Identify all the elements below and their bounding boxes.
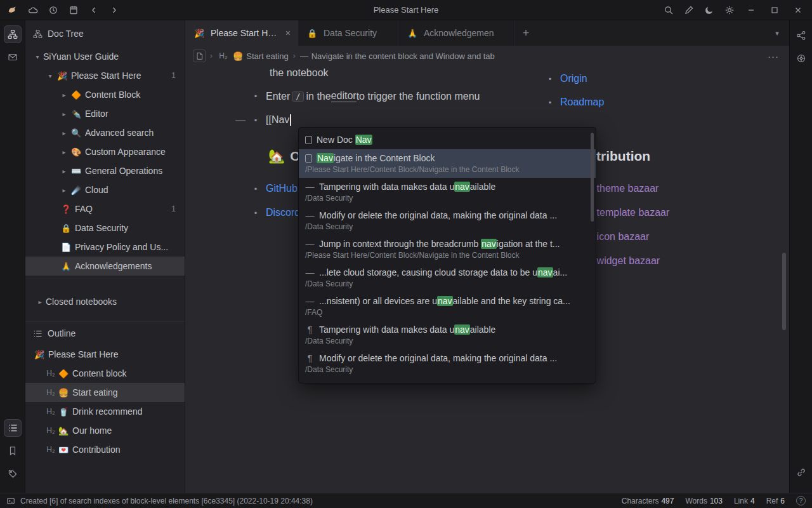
search-result[interactable]: — Jump in context through the breadcrumb… xyxy=(299,235,596,264)
origin-link[interactable]: Origin xyxy=(560,73,587,84)
search-result-new-doc[interactable]: New Doc Nav xyxy=(299,130,596,149)
github-link[interactable]: GitHub xyxy=(266,183,298,194)
maximize-button[interactable] xyxy=(766,3,783,17)
search-result-selected[interactable]: Navigate in the Content Block /Please St… xyxy=(299,149,596,178)
search-result[interactable]: — Tampering with data makes data unavail… xyxy=(299,178,596,206)
result-path: /Data Security xyxy=(305,337,589,346)
tree-item-privacy-policy[interactable]: 📄 Privacy Policy and Us... xyxy=(25,237,185,257)
chevron-down-icon[interactable]: ▾ xyxy=(32,53,43,60)
tree-item-acknowledgements[interactable]: 🙏 Acknowledgements xyxy=(25,257,185,276)
edit-mode-icon[interactable] xyxy=(681,3,696,17)
closed-notebooks-row[interactable]: ▸ Closed notebooks xyxy=(25,292,185,311)
search-icon[interactable] xyxy=(661,3,676,17)
tab-please-start-here[interactable]: 🎉 Please Start Here × xyxy=(185,20,298,46)
tree-item-faq[interactable]: ❓ FAQ 1 xyxy=(25,199,185,218)
sync-cloud-icon[interactable] xyxy=(25,3,40,17)
list-item-slash-hint[interactable]: • Enter / in the editor to trigger the f… xyxy=(251,90,480,102)
closed-notebooks-label: Closed notebooks xyxy=(46,297,181,307)
outline-item-drink-recommend[interactable]: H₂ 🥤 Drink recommend xyxy=(25,402,185,421)
breadcrumb-heading[interactable]: H₂ 🍔 Start eating xyxy=(217,51,289,61)
search-result[interactable]: — ...lete cloud storage, causing cloud s… xyxy=(299,264,596,292)
discord-link[interactable]: Discord xyxy=(266,207,300,218)
tree-item-data-security[interactable]: 🔒 Data Security xyxy=(25,218,185,237)
tree-item-advanced-search[interactable]: ▸ 🔍 Advanced search xyxy=(25,123,185,142)
dock-tag-icon[interactable] xyxy=(4,465,22,483)
dock-backlink-icon[interactable] xyxy=(792,464,810,481)
tab-overflow-icon[interactable]: ▾ xyxy=(765,20,789,46)
tree-item-cloud[interactable]: ▸ ☄️ Cloud xyxy=(25,180,185,199)
outline-panel: Outline 🎉 Please Start Here H₂ 🔶 Content… xyxy=(25,321,185,459)
dock-file-tree-icon[interactable] xyxy=(4,25,22,43)
tree-item-please-start-here[interactable]: ▾ 🎉 Please Start Here 1 xyxy=(25,66,185,85)
notebook-row[interactable]: ▾ SiYuan User Guide xyxy=(25,47,185,66)
search-result[interactable]: — ...nsistent) or all devices are unavai… xyxy=(299,292,596,321)
text: Enter xyxy=(266,91,290,102)
outline-item-our-home[interactable]: H₂ 🏡 Our home xyxy=(25,421,185,440)
search-result[interactable]: ¶ Tampering with data makes data unavail… xyxy=(299,321,596,349)
result-path: /Data Security xyxy=(305,194,589,203)
list-item-roadmap[interactable]: • Roadmap xyxy=(545,97,604,108)
list-item-github[interactable]: • GitHub xyxy=(251,183,298,194)
tab-data-security[interactable]: 🔒 Data Security xyxy=(298,20,398,46)
settings-gear-icon[interactable] xyxy=(722,3,737,17)
result-text: ai... xyxy=(553,267,568,277)
chevron-right-icon[interactable]: ▸ xyxy=(58,91,70,98)
dock-graph-icon[interactable] xyxy=(792,27,810,44)
block-gutter-icon[interactable]: — xyxy=(234,114,247,126)
search-result[interactable]: ¶ Modify or delete the original data, ma… xyxy=(299,349,596,378)
editor-ref-link[interactable]: editor xyxy=(331,90,357,102)
tab-emoji: 🔒 xyxy=(306,29,318,38)
breadcrumb-block[interactable]: — Navigate in the content block and Wind… xyxy=(300,51,761,61)
go-forward-icon[interactable] xyxy=(107,3,121,17)
chevron-right-icon[interactable]: ▸ xyxy=(58,110,70,117)
outline-item-content-block[interactable]: H₂ 🔶 Content block xyxy=(25,364,185,383)
breadcrumb-doc-icon[interactable] xyxy=(193,50,206,62)
siyuan-logo-icon[interactable] xyxy=(5,3,20,17)
list-item-origin[interactable]: • Origin xyxy=(545,73,587,84)
theme-moon-icon[interactable] xyxy=(702,3,716,17)
tree-item-custom-appearance[interactable]: ▸ 🎨 Custom Appearance xyxy=(25,142,185,161)
list-item-discord[interactable]: • Discord xyxy=(251,207,300,218)
minimize-button[interactable] xyxy=(742,3,760,17)
tab-acknowledgements[interactable]: 🙏 Acknowledgemen xyxy=(398,20,515,46)
text: in the xyxy=(306,91,331,102)
heading-emoji: 🔶 xyxy=(57,369,70,378)
chevron-right-icon[interactable]: ▸ xyxy=(34,298,46,305)
chevron-right-icon[interactable]: ▸ xyxy=(58,149,70,156)
chevron-right-icon[interactable]: ▸ xyxy=(58,130,70,137)
new-tab-button[interactable]: + xyxy=(515,20,537,46)
sidebar: Doc Tree ▾ SiYuan User Guide ▾ 🎉 Please … xyxy=(25,20,185,493)
data-history-icon[interactable] xyxy=(46,3,60,17)
outline-item-start-eating[interactable]: H₂ 🍔 Start eating xyxy=(25,383,185,402)
dock-bookmark-icon[interactable] xyxy=(4,442,22,460)
popup-scrollbar-thumb[interactable] xyxy=(591,133,594,222)
list-item-ref-typing[interactable]: — • [[Nav xyxy=(234,114,291,126)
breadcrumb-more-icon[interactable]: ··· xyxy=(765,51,782,62)
block-ref-search-popup: New Doc Nav Navigate in the Content Bloc… xyxy=(298,127,596,384)
roadmap-link[interactable]: Roadmap xyxy=(560,97,604,108)
outline-item-contribution[interactable]: H₂ 💌 Contribution xyxy=(25,440,185,459)
tree-item-general-operations[interactable]: ▸ ⌨️ General Operations xyxy=(25,161,185,180)
dock-inbox-icon[interactable] xyxy=(4,48,22,66)
close-button[interactable] xyxy=(789,3,807,17)
paragraph-wrapped-line[interactable]: the notebook xyxy=(270,67,329,79)
help-icon[interactable]: ? xyxy=(796,496,806,505)
dock-outline-icon[interactable] xyxy=(4,419,22,437)
doc-count-badge: 1 xyxy=(166,71,181,80)
left-dock xyxy=(0,20,25,493)
doc-emoji: ⌨️ xyxy=(70,166,82,176)
editor-scrollbar-thumb[interactable] xyxy=(782,253,786,330)
chevron-right-icon[interactable]: ▸ xyxy=(58,187,70,194)
tree-item-content-block[interactable]: ▸ 🔶 Content Block xyxy=(25,85,185,104)
tree-item-editor[interactable]: ▸ ✒️ Editor xyxy=(25,104,185,123)
tab-close-icon[interactable]: × xyxy=(285,28,291,38)
chevron-down-icon[interactable]: ▾ xyxy=(44,72,56,79)
daily-note-icon[interactable] xyxy=(66,3,81,17)
outline-item-root[interactable]: 🎉 Please Start Here xyxy=(25,345,185,364)
doc-emoji: 🔍 xyxy=(70,128,82,138)
search-result[interactable]: — Modify or delete the original data, ma… xyxy=(299,206,596,235)
dock-global-graph-icon[interactable] xyxy=(792,50,810,67)
heading-emoji: 🥤 xyxy=(57,407,70,417)
chevron-right-icon[interactable]: ▸ xyxy=(58,168,70,175)
go-back-icon[interactable] xyxy=(86,3,101,17)
